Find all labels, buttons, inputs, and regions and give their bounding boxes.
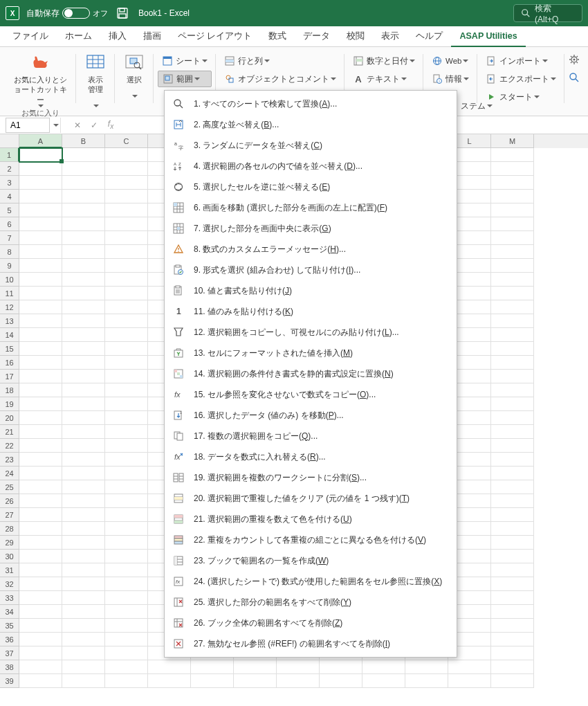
cell[interactable] [62, 356, 105, 370]
sheet-button[interactable]: シート [158, 53, 212, 69]
cell[interactable] [320, 660, 362, 674]
cell[interactable] [62, 162, 105, 176]
menu-item-22[interactable]: 22. 重複をカウントして各重複の組ごとに異なる色を付ける(V) [165, 530, 457, 550]
cell[interactable] [491, 605, 534, 619]
cell[interactable] [19, 480, 62, 494]
menu-item-16[interactable]: 116. 選択したデータ (値のみ) を移動(P)... [165, 405, 457, 426]
cell[interactable] [491, 494, 534, 508]
cell[interactable] [62, 439, 105, 453]
cell[interactable] [19, 425, 62, 439]
cell[interactable] [105, 217, 148, 231]
cell[interactable] [19, 383, 62, 397]
row-header[interactable]: 15 [0, 342, 19, 356]
menu-item-8[interactable]: 8. 数式のカスタムエラーメッセージ(H)... [165, 239, 457, 260]
cell[interactable] [105, 550, 148, 563]
cell[interactable] [62, 563, 105, 577]
row-header[interactable]: 8 [0, 245, 19, 259]
select-all-corner[interactable] [0, 134, 19, 148]
row-header[interactable]: 11 [0, 287, 19, 300]
tab-データ[interactable]: データ [295, 26, 338, 47]
cell[interactable] [105, 467, 148, 480]
cell[interactable] [62, 453, 105, 467]
cell[interactable] [105, 563, 148, 577]
cell[interactable] [105, 508, 148, 522]
cell[interactable] [491, 674, 534, 688]
cell[interactable] [19, 508, 62, 522]
cell[interactable] [19, 273, 62, 287]
cell[interactable] [62, 287, 105, 300]
cell[interactable] [62, 245, 105, 259]
cell[interactable] [491, 633, 534, 646]
cell[interactable] [105, 494, 148, 508]
cell[interactable] [19, 633, 62, 646]
cell[interactable] [19, 674, 62, 688]
favorites-button[interactable]: お気に入りとショートカットキー [8, 50, 72, 109]
cell[interactable] [62, 190, 105, 203]
cell[interactable] [19, 287, 62, 300]
cell[interactable] [105, 383, 148, 397]
cell[interactable] [405, 660, 448, 674]
cell[interactable] [19, 660, 62, 674]
cell[interactable] [62, 605, 105, 619]
rowcol-button[interactable]: 行と列 [220, 53, 340, 69]
menu-item-7[interactable]: 7. 選択した部分を画面中央に表示(G) [165, 218, 457, 239]
info-button[interactable]: i情報 [428, 71, 473, 87]
cell[interactable] [491, 190, 534, 203]
cell[interactable] [62, 300, 105, 314]
cell[interactable] [19, 231, 62, 245]
cell[interactable] [491, 356, 534, 370]
column-header[interactable]: C [105, 134, 148, 148]
menu-item-23[interactable]: 23. ブックで範囲名の一覧を作成(W) [165, 550, 457, 571]
menu-item-4[interactable]: AZ4. 選択範囲の各セルの内で値を並べ替え(D)... [165, 156, 457, 176]
cell[interactable] [491, 328, 534, 342]
tab-ページ レイアウト[interactable]: ページ レイアウト [169, 26, 260, 47]
cell[interactable] [105, 646, 148, 660]
cell[interactable] [19, 356, 62, 370]
cell[interactable] [105, 411, 148, 425]
cell[interactable] [105, 203, 148, 217]
cell[interactable] [362, 674, 405, 688]
cell[interactable] [19, 646, 62, 660]
tab-数式[interactable]: 数式 [260, 26, 295, 47]
cell[interactable] [62, 411, 105, 425]
fx-button[interactable]: fx [102, 118, 119, 133]
cell[interactable] [491, 522, 534, 536]
cell[interactable] [62, 536, 105, 550]
cell[interactable] [62, 508, 105, 522]
web-button[interactable]: Web [428, 53, 473, 69]
cell[interactable] [405, 674, 448, 688]
cell[interactable] [491, 591, 534, 605]
row-header[interactable]: 26 [0, 494, 19, 508]
row-header[interactable]: 3 [0, 176, 19, 190]
select-button[interactable]: 選択 [119, 50, 149, 99]
cell[interactable] [491, 383, 534, 397]
menu-item-9[interactable]: 9. 形式を選択 (組み合わせ) して貼り付け(I)... [165, 260, 457, 280]
cell[interactable] [105, 633, 148, 646]
cell[interactable] [62, 259, 105, 273]
menu-item-24[interactable]: fx24. (選択したシートで) 数式が使用した範囲名をセル参照に置換(X) [165, 571, 457, 592]
row-header[interactable]: 17 [0, 370, 19, 383]
cell[interactable] [19, 328, 62, 342]
cell[interactable] [105, 162, 148, 176]
cell[interactable] [105, 314, 148, 328]
row-header[interactable]: 25 [0, 480, 19, 494]
cell[interactable] [234, 674, 277, 688]
cell[interactable] [105, 259, 148, 273]
cell[interactable] [491, 619, 534, 633]
cell[interactable] [62, 176, 105, 190]
menu-item-15[interactable]: fx15. セル参照を変化させないで数式をコピー(O)... [165, 384, 457, 405]
row-header[interactable]: 14 [0, 328, 19, 342]
cell[interactable] [491, 342, 534, 356]
search-box[interactable]: 検索 (Alt+Q [513, 4, 582, 22]
row-header[interactable]: 22 [0, 439, 19, 453]
tab-ファイル[interactable]: ファイル [4, 26, 57, 47]
menu-item-5[interactable]: 5. 選択したセルを逆に並べ替える(E) [165, 176, 457, 197]
cell[interactable] [19, 217, 62, 231]
cell[interactable] [491, 508, 534, 522]
cell[interactable] [19, 439, 62, 453]
row-header[interactable]: 28 [0, 522, 19, 536]
options-gear-button[interactable] [569, 51, 580, 68]
cell[interactable] [19, 619, 62, 633]
column-header[interactable]: M [491, 134, 534, 148]
cell[interactable] [105, 425, 148, 439]
